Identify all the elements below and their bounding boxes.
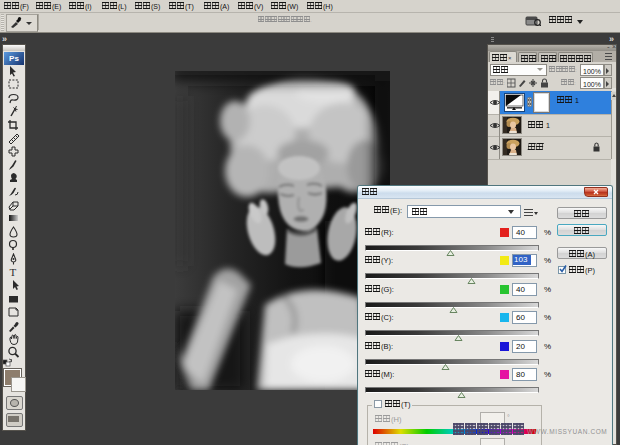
svg-text:T: T — [10, 266, 17, 278]
